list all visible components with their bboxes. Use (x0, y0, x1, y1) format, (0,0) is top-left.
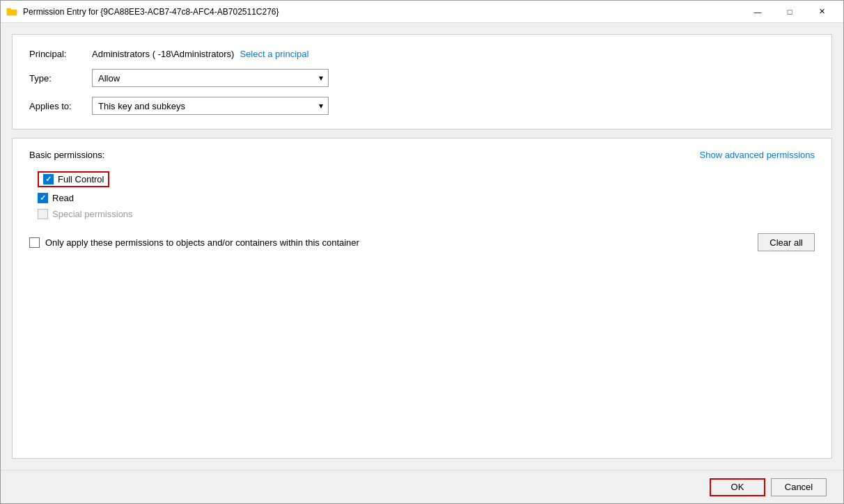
special-checkbox-wrapper: Special permissions (38, 209, 133, 219)
applies-to-dropdown[interactable]: This key and subkeys This key only Subke… (92, 97, 329, 115)
read-checkbox[interactable] (38, 193, 48, 203)
select-principal-link[interactable]: Select a principal (240, 49, 308, 59)
permissions-section: Basic permissions: Show advanced permiss… (12, 138, 832, 459)
full-control-highlight: Full Control (38, 171, 109, 187)
permission-full-control: Full Control (38, 171, 815, 187)
full-control-label: Full Control (58, 174, 104, 184)
permission-special: Special permissions (38, 209, 815, 219)
type-label: Type: (29, 73, 92, 84)
folder-icon (6, 6, 17, 17)
only-apply-checkbox[interactable] (29, 237, 40, 248)
maximize-button[interactable]: □ (774, 1, 806, 23)
clear-all-button[interactable]: Clear all (758, 233, 815, 251)
full-control-checkbox[interactable] (43, 174, 54, 184)
applies-to-dropdown-wrapper: This key and subkeys This key only Subke… (92, 97, 329, 115)
close-button[interactable]: ✕ (806, 1, 838, 23)
title-bar: Permission Entry for {9CA88EE3-ACB7-47c8… (1, 1, 843, 23)
window-title: Permission Entry for {9CA88EE3-ACB7-47c8… (23, 7, 279, 17)
applies-to-label: Applies to: (29, 101, 92, 111)
bottom-row: Only apply these permissions to objects … (29, 233, 815, 251)
header-section: Principal: Administrators ( -18\Administ… (12, 34, 832, 129)
read-label: Read (52, 193, 74, 203)
permissions-header: Basic permissions: Show advanced permiss… (29, 150, 815, 160)
principal-value-container: Administrators ( -18\Administrators) Sel… (92, 49, 815, 59)
permissions-list: Full Control Read Special permissions (38, 171, 815, 219)
window-content: Principal: Administrators ( -18\Administ… (1, 23, 843, 470)
permission-entry-window: Permission Entry for {9CA88EE3-ACB7-47c8… (0, 0, 844, 504)
title-bar-controls: — □ ✕ (742, 1, 838, 23)
minimize-button[interactable]: — (742, 1, 774, 23)
applies-to-row: Applies to: This key and subkeys This ke… (29, 97, 815, 115)
show-advanced-link[interactable]: Show advanced permissions (700, 150, 815, 160)
special-permissions-checkbox[interactable] (38, 209, 48, 219)
only-apply-row: Only apply these permissions to objects … (29, 237, 359, 248)
special-permissions-label: Special permissions (52, 209, 133, 219)
window-footer: OK Cancel (1, 470, 843, 503)
cancel-button[interactable]: Cancel (771, 478, 827, 496)
read-checkbox-wrapper: Read (38, 193, 74, 203)
title-bar-left: Permission Entry for {9CA88EE3-ACB7-47c8… (6, 6, 279, 17)
principal-row: Principal: Administrators ( -18\Administ… (29, 49, 815, 59)
principal-label: Principal: (29, 49, 92, 59)
type-dropdown-wrapper: Allow Deny (92, 69, 329, 87)
permission-read: Read (38, 193, 815, 203)
principal-name: Administrators ( -18\Administrators) (92, 49, 234, 59)
only-apply-label: Only apply these permissions to objects … (45, 237, 359, 248)
type-row: Type: Allow Deny (29, 69, 815, 87)
basic-permissions-title: Basic permissions: (29, 150, 104, 160)
ok-button[interactable]: OK (710, 478, 765, 496)
type-dropdown[interactable]: Allow Deny (92, 69, 329, 87)
